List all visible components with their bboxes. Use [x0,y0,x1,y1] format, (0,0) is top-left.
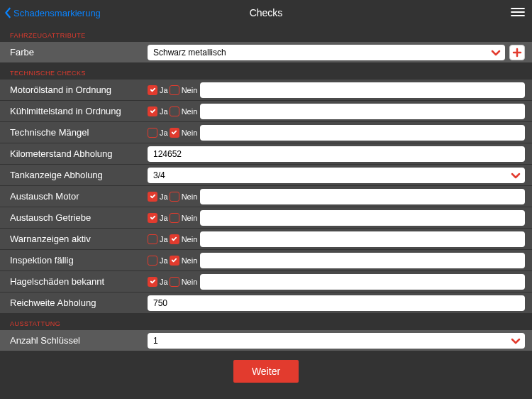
check-icon [171,257,177,263]
chevron-down-icon [511,337,521,344]
hail-note-input[interactable] [200,274,525,290]
check-icon [150,108,156,114]
continue-button[interactable]: Weiter [233,360,299,383]
app-header: Schadensmarkierung Checks [0,0,532,26]
chevron-down-icon [511,172,521,179]
hail-yes-checkbox[interactable] [148,277,157,287]
label-warning: Warnanzeigen aktiv [0,234,148,244]
oil-checks: Ja Nein [148,85,196,95]
coolant-note-input[interactable] [200,104,525,119]
no-label: Nein [182,86,198,94]
section-header-equip: AUSSTATTUNG [0,314,532,330]
label-color: Farbe [0,47,148,58]
oil-yes-checkbox[interactable] [148,85,157,95]
engine-yes-checkbox[interactable] [148,192,157,202]
row-hail: Hagelschäden bekannt Ja Nein [0,271,532,293]
label-fuel: Tankanzeige Abholung [0,170,148,180]
row-engine: Austausch Motor Ja Nein [0,186,532,207]
check-icon [150,214,156,221]
no-label: Nein [182,214,198,222]
menu-button[interactable] [511,7,525,19]
range-input[interactable] [148,295,525,311]
no-label: Nein [182,278,198,286]
row-range: Reichweite Abholung [0,293,532,314]
label-inspection: Inspektion fällig [0,255,148,266]
select-keys[interactable]: 1 [148,333,525,349]
no-label: Nein [182,107,198,116]
yes-label: Ja [160,214,168,222]
engine-no-checkbox[interactable] [170,192,179,202]
label-gearbox: Austausch Getriebe [0,212,148,223]
check-icon [171,129,177,136]
hail-checks: Ja Nein [148,277,196,287]
label-hail: Hagelschäden bekannt [0,276,148,287]
yes-label: Ja [160,235,168,244]
label-oil: Motorölstand in Ordnung [0,84,148,95]
yes-label: Ja [160,86,168,94]
inspection-no-checkbox[interactable] [170,256,179,266]
engine-note-input[interactable] [200,189,525,204]
yes-label: Ja [160,107,168,116]
check-icon [150,278,156,285]
row-warning: Warnanzeigen aktiv Ja Nein [0,229,532,250]
row-inspection: Inspektion fällig Ja Nein [0,250,532,271]
warning-yes-checkbox[interactable] [148,234,157,244]
label-range: Reichweite Abholung [0,297,148,308]
gearbox-no-checkbox[interactable] [170,213,179,223]
inspection-note-input[interactable] [200,253,525,268]
warning-no-checkbox[interactable] [170,234,179,244]
row-gearbox: Austausch Getriebe Ja Nein [0,207,532,229]
gearbox-yes-checkbox[interactable] [148,213,157,223]
page-title: Checks [250,7,283,18]
no-label: Nein [182,129,198,137]
label-coolant: Kühlmittelstand in Ordnung [0,106,148,116]
gearbox-note-input[interactable] [200,210,525,226]
inspection-checks: Ja Nein [148,256,196,266]
back-button[interactable]: Schadensmarkierung [4,7,101,18]
chevron-left-icon [4,7,12,18]
defects-no-checkbox[interactable] [170,128,179,138]
defects-note-input[interactable] [200,125,525,141]
label-odo: Kilometerstand Abholung [0,148,148,159]
yes-label: Ja [160,192,168,201]
row-coolant: Kühlmittelstand in Ordnung Ja Nein [0,101,532,122]
select-fuel[interactable]: 3/4 [148,168,525,183]
check-icon [150,193,156,200]
coolant-no-checkbox[interactable] [170,106,179,116]
section-header-attrs: FAHRZEUGATTRIBUTE [0,26,532,42]
gearbox-checks: Ja Nein [148,213,196,223]
label-keys: Anzahl Schlüssel [0,335,148,346]
warning-note-input[interactable] [200,231,525,247]
oil-no-checkbox[interactable] [170,85,179,95]
plus-icon [512,48,522,58]
yes-label: Ja [160,278,168,286]
row-defects: Technische Mängel Ja Nein [0,122,532,143]
select-fuel-value: 3/4 [153,170,519,180]
row-fuel: Tankanzeige Abholung 3/4 [0,165,532,186]
select-keys-value: 1 [153,336,519,346]
select-color-value: Schwarz metallisch [153,48,499,58]
no-label: Nein [182,235,198,244]
row-odo: Kilometerstand Abholung [0,143,532,165]
yes-label: Ja [160,129,168,137]
engine-checks: Ja Nein [148,192,196,202]
add-color-button[interactable] [509,45,525,60]
check-icon [150,87,156,93]
coolant-yes-checkbox[interactable] [148,106,157,116]
chevron-down-icon [491,49,501,56]
oil-note-input[interactable] [200,82,525,98]
inspection-yes-checkbox[interactable] [148,256,157,266]
warning-checks: Ja Nein [148,234,196,244]
row-color: Farbe Schwarz metallisch [0,42,532,63]
odo-input[interactable] [148,146,525,162]
select-color[interactable]: Schwarz metallisch [148,45,505,60]
hail-no-checkbox[interactable] [170,277,179,287]
check-icon [171,236,177,242]
no-label: Nein [182,192,198,201]
defects-checks: Ja Nein [148,128,196,138]
hamburger-icon [511,7,525,17]
coolant-checks: Ja Nein [148,106,196,116]
defects-yes-checkbox[interactable] [148,128,157,138]
section-header-tech: TECHNISCHE CHECKS [0,63,532,80]
label-engine: Austausch Motor [0,191,148,202]
